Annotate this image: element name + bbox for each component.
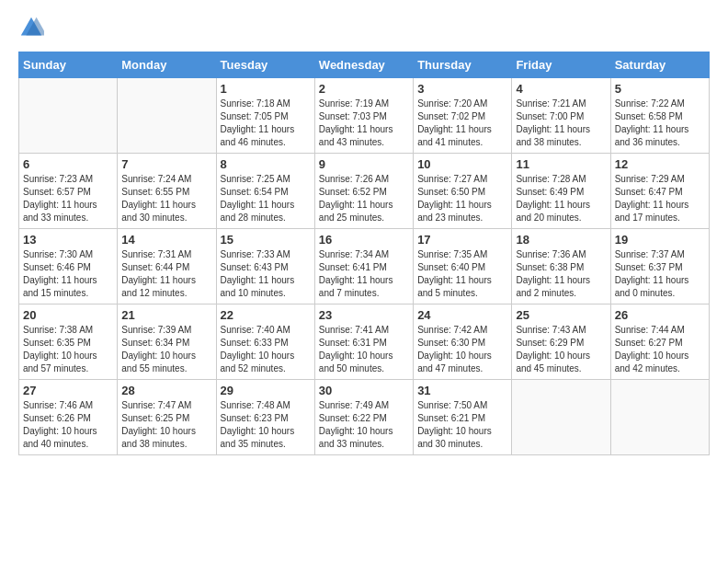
- week-row-4: 20Sunrise: 7:38 AM Sunset: 6:35 PM Dayli…: [19, 304, 710, 380]
- calendar-cell: 11Sunrise: 7:28 AM Sunset: 6:49 PM Dayli…: [512, 154, 610, 229]
- day-info: Sunrise: 7:30 AM Sunset: 6:46 PM Dayligh…: [23, 248, 113, 300]
- day-number: 10: [417, 157, 507, 171]
- day-number: 28: [121, 384, 211, 397]
- calendar-table: SundayMondayTuesdayWednesdayThursdayFrid…: [18, 52, 710, 455]
- calendar-cell: [19, 78, 118, 154]
- calendar-cell: 24Sunrise: 7:42 AM Sunset: 6:30 PM Dayli…: [414, 304, 512, 380]
- day-info: Sunrise: 7:20 AM Sunset: 7:02 PM Dayligh…: [417, 98, 507, 149]
- day-number: 22: [221, 308, 311, 322]
- calendar-cell: 15Sunrise: 7:33 AM Sunset: 6:43 PM Dayli…: [216, 229, 314, 304]
- calendar-cell: 1Sunrise: 7:18 AM Sunset: 7:05 PM Daylig…: [216, 78, 314, 154]
- day-info: Sunrise: 7:42 AM Sunset: 6:30 PM Dayligh…: [417, 324, 507, 375]
- week-row-5: 27Sunrise: 7:46 AM Sunset: 6:26 PM Dayli…: [19, 380, 710, 455]
- day-number: 12: [615, 157, 705, 171]
- day-number: 17: [417, 233, 507, 247]
- week-row-1: 1Sunrise: 7:18 AM Sunset: 7:05 PM Daylig…: [19, 78, 710, 154]
- calendar-cell: [610, 380, 709, 455]
- day-info: Sunrise: 7:21 AM Sunset: 7:00 PM Dayligh…: [516, 98, 606, 149]
- calendar-cell: 10Sunrise: 7:27 AM Sunset: 6:50 PM Dayli…: [414, 154, 512, 229]
- day-info: Sunrise: 7:19 AM Sunset: 7:03 PM Dayligh…: [319, 98, 409, 149]
- calendar-cell: 31Sunrise: 7:50 AM Sunset: 6:21 PM Dayli…: [414, 380, 512, 455]
- header-saturday: Saturday: [610, 52, 709, 78]
- calendar-cell: 5Sunrise: 7:22 AM Sunset: 6:58 PM Daylig…: [610, 78, 709, 154]
- calendar-cell: 20Sunrise: 7:38 AM Sunset: 6:35 PM Dayli…: [19, 304, 118, 380]
- day-number: 29: [221, 384, 311, 397]
- day-info: Sunrise: 7:23 AM Sunset: 6:57 PM Dayligh…: [23, 173, 113, 224]
- week-row-2: 6Sunrise: 7:23 AM Sunset: 6:57 PM Daylig…: [19, 154, 710, 229]
- calendar-cell: 23Sunrise: 7:41 AM Sunset: 6:31 PM Dayli…: [314, 304, 413, 380]
- calendar-cell: 4Sunrise: 7:21 AM Sunset: 7:00 PM Daylig…: [512, 78, 610, 154]
- header-row: SundayMondayTuesdayWednesdayThursdayFrid…: [19, 52, 710, 78]
- day-info: Sunrise: 7:26 AM Sunset: 6:52 PM Dayligh…: [319, 173, 409, 224]
- logo-icon: [18, 15, 44, 40]
- day-info: Sunrise: 7:36 AM Sunset: 6:38 PM Dayligh…: [516, 248, 606, 300]
- day-number: 3: [417, 82, 507, 96]
- calendar-cell: [118, 78, 216, 154]
- day-info: Sunrise: 7:28 AM Sunset: 6:49 PM Dayligh…: [516, 173, 606, 224]
- calendar-cell: 8Sunrise: 7:25 AM Sunset: 6:54 PM Daylig…: [216, 154, 314, 229]
- day-info: Sunrise: 7:25 AM Sunset: 6:54 PM Dayligh…: [221, 173, 311, 224]
- calendar-cell: 19Sunrise: 7:37 AM Sunset: 6:37 PM Dayli…: [610, 229, 709, 304]
- day-number: 15: [221, 233, 311, 247]
- calendar-cell: 25Sunrise: 7:43 AM Sunset: 6:29 PM Dayli…: [512, 304, 610, 380]
- day-number: 21: [121, 308, 211, 322]
- header-sunday: Sunday: [19, 52, 118, 78]
- day-info: Sunrise: 7:37 AM Sunset: 6:37 PM Dayligh…: [615, 248, 705, 300]
- page-header: [18, 15, 710, 40]
- day-info: Sunrise: 7:40 AM Sunset: 6:33 PM Dayligh…: [221, 324, 311, 375]
- day-number: 1: [221, 82, 311, 96]
- day-number: 31: [417, 384, 507, 397]
- day-number: 9: [319, 157, 409, 171]
- day-number: 6: [23, 157, 113, 171]
- day-number: 2: [319, 82, 409, 96]
- calendar-cell: 22Sunrise: 7:40 AM Sunset: 6:33 PM Dayli…: [216, 304, 314, 380]
- calendar-cell: 3Sunrise: 7:20 AM Sunset: 7:02 PM Daylig…: [414, 78, 512, 154]
- header-tuesday: Tuesday: [216, 52, 314, 78]
- day-info: Sunrise: 7:49 AM Sunset: 6:22 PM Dayligh…: [319, 399, 409, 451]
- day-info: Sunrise: 7:31 AM Sunset: 6:44 PM Dayligh…: [121, 248, 211, 300]
- day-number: 8: [221, 157, 311, 171]
- day-info: Sunrise: 7:43 AM Sunset: 6:29 PM Dayligh…: [516, 324, 606, 375]
- header-friday: Friday: [512, 52, 610, 78]
- day-number: 20: [23, 308, 113, 322]
- calendar-cell: 14Sunrise: 7:31 AM Sunset: 6:44 PM Dayli…: [118, 229, 216, 304]
- calendar-cell: 9Sunrise: 7:26 AM Sunset: 6:52 PM Daylig…: [314, 154, 413, 229]
- day-info: Sunrise: 7:39 AM Sunset: 6:34 PM Dayligh…: [121, 324, 211, 375]
- day-number: 14: [121, 233, 211, 247]
- day-number: 18: [516, 233, 606, 247]
- day-number: 30: [319, 384, 409, 397]
- day-info: Sunrise: 7:41 AM Sunset: 6:31 PM Dayligh…: [319, 324, 409, 375]
- calendar-cell: 28Sunrise: 7:47 AM Sunset: 6:25 PM Dayli…: [118, 380, 216, 455]
- day-info: Sunrise: 7:33 AM Sunset: 6:43 PM Dayligh…: [221, 248, 311, 300]
- calendar-cell: 6Sunrise: 7:23 AM Sunset: 6:57 PM Daylig…: [19, 154, 118, 229]
- header-monday: Monday: [118, 52, 216, 78]
- week-row-3: 13Sunrise: 7:30 AM Sunset: 6:46 PM Dayli…: [19, 229, 710, 304]
- day-info: Sunrise: 7:48 AM Sunset: 6:23 PM Dayligh…: [221, 399, 311, 451]
- day-info: Sunrise: 7:29 AM Sunset: 6:47 PM Dayligh…: [615, 173, 705, 224]
- day-info: Sunrise: 7:38 AM Sunset: 6:35 PM Dayligh…: [23, 324, 113, 375]
- calendar-cell: 27Sunrise: 7:46 AM Sunset: 6:26 PM Dayli…: [19, 380, 118, 455]
- day-info: Sunrise: 7:22 AM Sunset: 6:58 PM Dayligh…: [615, 98, 705, 149]
- logo: [18, 15, 48, 40]
- day-number: 25: [516, 308, 606, 322]
- day-info: Sunrise: 7:27 AM Sunset: 6:50 PM Dayligh…: [417, 173, 507, 224]
- calendar-cell: 2Sunrise: 7:19 AM Sunset: 7:03 PM Daylig…: [314, 78, 413, 154]
- day-info: Sunrise: 7:44 AM Sunset: 6:27 PM Dayligh…: [615, 324, 705, 375]
- day-number: 5: [615, 82, 705, 96]
- day-number: 11: [516, 157, 606, 171]
- day-info: Sunrise: 7:46 AM Sunset: 6:26 PM Dayligh…: [23, 399, 113, 451]
- day-info: Sunrise: 7:47 AM Sunset: 6:25 PM Dayligh…: [121, 399, 211, 451]
- calendar-cell: 13Sunrise: 7:30 AM Sunset: 6:46 PM Dayli…: [19, 229, 118, 304]
- calendar-cell: 29Sunrise: 7:48 AM Sunset: 6:23 PM Dayli…: [216, 380, 314, 455]
- header-wednesday: Wednesday: [314, 52, 413, 78]
- day-number: 23: [319, 308, 409, 322]
- calendar-cell: 18Sunrise: 7:36 AM Sunset: 6:38 PM Dayli…: [512, 229, 610, 304]
- calendar-cell: 26Sunrise: 7:44 AM Sunset: 6:27 PM Dayli…: [610, 304, 709, 380]
- calendar-cell: 21Sunrise: 7:39 AM Sunset: 6:34 PM Dayli…: [118, 304, 216, 380]
- day-number: 24: [417, 308, 507, 322]
- day-info: Sunrise: 7:24 AM Sunset: 6:55 PM Dayligh…: [121, 173, 211, 224]
- day-info: Sunrise: 7:35 AM Sunset: 6:40 PM Dayligh…: [417, 248, 507, 300]
- day-number: 4: [516, 82, 606, 96]
- day-info: Sunrise: 7:34 AM Sunset: 6:41 PM Dayligh…: [319, 248, 409, 300]
- day-number: 19: [615, 233, 705, 247]
